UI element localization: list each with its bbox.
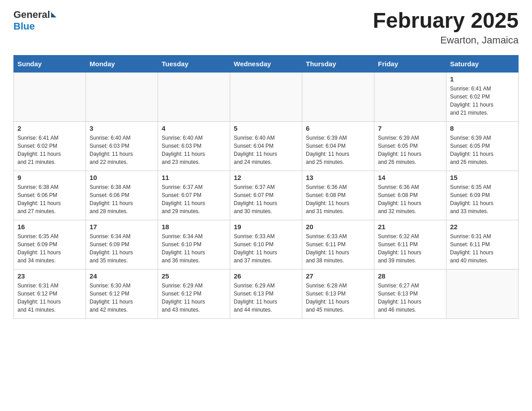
- month-title: February 2025: [373, 9, 519, 33]
- day-info: Sunrise: 6:41 AM Sunset: 6:02 PM Dayligh…: [17, 134, 82, 166]
- calendar-cell: 11Sunrise: 6:37 AM Sunset: 6:07 PM Dayli…: [158, 171, 230, 220]
- day-info: Sunrise: 6:34 AM Sunset: 6:09 PM Dayligh…: [90, 232, 154, 265]
- day-info: Sunrise: 6:31 AM Sunset: 6:11 PM Dayligh…: [450, 232, 515, 265]
- day-number: 9: [17, 174, 82, 181]
- day-number: 1: [450, 75, 515, 83]
- day-number: 17: [90, 223, 154, 231]
- day-number: 10: [90, 174, 154, 181]
- day-info: Sunrise: 6:40 AM Sunset: 6:03 PM Dayligh…: [162, 134, 226, 166]
- col-header-tuesday: Tuesday: [158, 55, 230, 72]
- calendar-table: SundayMondayTuesdayWednesdayThursdayFrid…: [13, 55, 519, 319]
- day-info: Sunrise: 6:29 AM Sunset: 6:12 PM Dayligh…: [162, 282, 226, 314]
- day-info: Sunrise: 6:31 AM Sunset: 6:12 PM Dayligh…: [17, 282, 82, 314]
- calendar-cell: [230, 72, 302, 121]
- day-number: 18: [162, 223, 226, 231]
- day-number: 6: [306, 124, 370, 132]
- day-info: Sunrise: 6:40 AM Sunset: 6:03 PM Dayligh…: [90, 134, 154, 166]
- day-number: 24: [90, 272, 154, 280]
- week-row-2: 2Sunrise: 6:41 AM Sunset: 6:02 PM Daylig…: [14, 121, 519, 171]
- day-number: 23: [17, 272, 82, 280]
- col-header-wednesday: Wednesday: [230, 55, 302, 72]
- week-row-5: 23Sunrise: 6:31 AM Sunset: 6:12 PM Dayli…: [14, 269, 519, 318]
- calendar-cell: 22Sunrise: 6:31 AM Sunset: 6:11 PM Dayli…: [446, 220, 519, 269]
- day-info: Sunrise: 6:41 AM Sunset: 6:02 PM Dayligh…: [450, 85, 515, 117]
- logo: General Blue: [13, 9, 56, 32]
- day-info: Sunrise: 6:32 AM Sunset: 6:11 PM Dayligh…: [378, 232, 442, 265]
- calendar-cell: 21Sunrise: 6:32 AM Sunset: 6:11 PM Dayli…: [374, 220, 446, 269]
- calendar-cell: [158, 72, 230, 121]
- day-number: 7: [378, 124, 442, 132]
- location-title: Ewarton, Jamaica: [373, 34, 519, 46]
- day-info: Sunrise: 6:36 AM Sunset: 6:08 PM Dayligh…: [306, 183, 370, 215]
- calendar-cell: 28Sunrise: 6:27 AM Sunset: 6:13 PM Dayli…: [374, 269, 446, 318]
- calendar-cell: 8Sunrise: 6:39 AM Sunset: 6:05 PM Daylig…: [446, 121, 519, 171]
- calendar-cell: 10Sunrise: 6:38 AM Sunset: 6:06 PM Dayli…: [86, 171, 158, 220]
- day-info: Sunrise: 6:37 AM Sunset: 6:07 PM Dayligh…: [162, 183, 226, 215]
- day-number: 5: [234, 124, 298, 132]
- day-info: Sunrise: 6:28 AM Sunset: 6:13 PM Dayligh…: [306, 282, 370, 314]
- day-number: 2: [17, 124, 82, 132]
- calendar-header-row: SundayMondayTuesdayWednesdayThursdayFrid…: [14, 55, 519, 72]
- calendar-cell: 9Sunrise: 6:38 AM Sunset: 6:06 PM Daylig…: [14, 171, 86, 220]
- day-number: 12: [234, 174, 298, 181]
- day-info: Sunrise: 6:37 AM Sunset: 6:07 PM Dayligh…: [234, 183, 298, 215]
- calendar-cell: [374, 72, 446, 121]
- calendar-cell: [86, 72, 158, 121]
- day-info: Sunrise: 6:39 AM Sunset: 6:05 PM Dayligh…: [450, 134, 515, 166]
- day-number: 26: [234, 272, 298, 280]
- calendar-cell: 5Sunrise: 6:40 AM Sunset: 6:04 PM Daylig…: [230, 121, 302, 171]
- calendar-cell: 7Sunrise: 6:39 AM Sunset: 6:05 PM Daylig…: [374, 121, 446, 171]
- day-info: Sunrise: 6:39 AM Sunset: 6:05 PM Dayligh…: [378, 134, 442, 166]
- calendar-cell: 2Sunrise: 6:41 AM Sunset: 6:02 PM Daylig…: [14, 121, 86, 171]
- week-row-4: 16Sunrise: 6:35 AM Sunset: 6:09 PM Dayli…: [14, 220, 519, 269]
- calendar-cell: 26Sunrise: 6:29 AM Sunset: 6:13 PM Dayli…: [230, 269, 302, 318]
- day-number: 25: [162, 272, 226, 280]
- calendar-cell: [14, 72, 86, 121]
- day-info: Sunrise: 6:38 AM Sunset: 6:06 PM Dayligh…: [90, 183, 154, 215]
- calendar-cell: [302, 72, 374, 121]
- day-info: Sunrise: 6:30 AM Sunset: 6:12 PM Dayligh…: [90, 282, 154, 314]
- calendar-cell: 18Sunrise: 6:34 AM Sunset: 6:10 PM Dayli…: [158, 220, 230, 269]
- calendar-cell: 6Sunrise: 6:39 AM Sunset: 6:04 PM Daylig…: [302, 121, 374, 171]
- day-number: 15: [450, 174, 515, 181]
- calendar-cell: 3Sunrise: 6:40 AM Sunset: 6:03 PM Daylig…: [86, 121, 158, 171]
- calendar-cell: 14Sunrise: 6:36 AM Sunset: 6:08 PM Dayli…: [374, 171, 446, 220]
- day-number: 13: [306, 174, 370, 181]
- day-info: Sunrise: 6:34 AM Sunset: 6:10 PM Dayligh…: [162, 232, 226, 265]
- title-block: February 2025 Ewarton, Jamaica: [373, 9, 519, 46]
- calendar-cell: 4Sunrise: 6:40 AM Sunset: 6:03 PM Daylig…: [158, 121, 230, 171]
- day-number: 21: [378, 223, 442, 231]
- day-number: 8: [450, 124, 515, 132]
- day-number: 22: [450, 223, 515, 231]
- week-row-3: 9Sunrise: 6:38 AM Sunset: 6:06 PM Daylig…: [14, 171, 519, 220]
- week-row-1: 1Sunrise: 6:41 AM Sunset: 6:02 PM Daylig…: [14, 72, 519, 121]
- calendar-cell: 15Sunrise: 6:35 AM Sunset: 6:09 PM Dayli…: [446, 171, 519, 220]
- day-number: 19: [234, 223, 298, 231]
- calendar-cell: 23Sunrise: 6:31 AM Sunset: 6:12 PM Dayli…: [14, 269, 86, 318]
- day-info: Sunrise: 6:39 AM Sunset: 6:04 PM Dayligh…: [306, 134, 370, 166]
- calendar-cell: 12Sunrise: 6:37 AM Sunset: 6:07 PM Dayli…: [230, 171, 302, 220]
- day-info: Sunrise: 6:36 AM Sunset: 6:08 PM Dayligh…: [378, 183, 442, 215]
- col-header-saturday: Saturday: [446, 55, 519, 72]
- day-number: 20: [306, 223, 370, 231]
- calendar-cell: 25Sunrise: 6:29 AM Sunset: 6:12 PM Dayli…: [158, 269, 230, 318]
- day-number: 11: [162, 174, 226, 181]
- day-info: Sunrise: 6:33 AM Sunset: 6:10 PM Dayligh…: [234, 232, 298, 265]
- col-header-thursday: Thursday: [302, 55, 374, 72]
- calendar-cell: 1Sunrise: 6:41 AM Sunset: 6:02 PM Daylig…: [446, 72, 519, 121]
- calendar-cell: 20Sunrise: 6:33 AM Sunset: 6:11 PM Dayli…: [302, 220, 374, 269]
- calendar-cell: 24Sunrise: 6:30 AM Sunset: 6:12 PM Dayli…: [86, 269, 158, 318]
- logo-blue-text: Blue: [13, 21, 56, 32]
- day-number: 16: [17, 223, 82, 231]
- day-number: 27: [306, 272, 370, 280]
- calendar-cell: 16Sunrise: 6:35 AM Sunset: 6:09 PM Dayli…: [14, 220, 86, 269]
- day-info: Sunrise: 6:29 AM Sunset: 6:13 PM Dayligh…: [234, 282, 298, 314]
- col-header-friday: Friday: [374, 55, 446, 72]
- col-header-sunday: Sunday: [14, 55, 86, 72]
- day-info: Sunrise: 6:40 AM Sunset: 6:04 PM Dayligh…: [234, 134, 298, 166]
- day-number: 4: [162, 124, 226, 132]
- day-info: Sunrise: 6:33 AM Sunset: 6:11 PM Dayligh…: [306, 232, 370, 265]
- calendar-cell: 19Sunrise: 6:33 AM Sunset: 6:10 PM Dayli…: [230, 220, 302, 269]
- calendar-cell: 13Sunrise: 6:36 AM Sunset: 6:08 PM Dayli…: [302, 171, 374, 220]
- calendar-cell: 17Sunrise: 6:34 AM Sunset: 6:09 PM Dayli…: [86, 220, 158, 269]
